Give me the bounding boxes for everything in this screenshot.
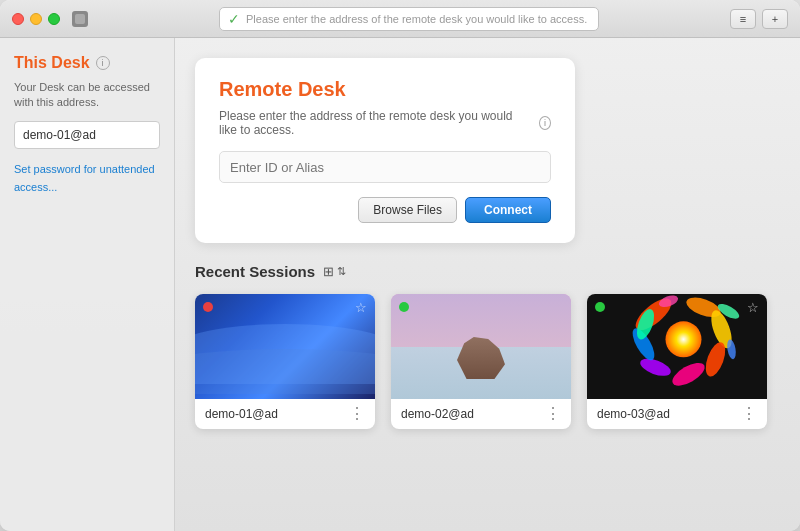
sidebar: This Desk i Your Desk can be accessed wi… [0,38,175,531]
star-icon[interactable]: ☆ [747,300,759,315]
status-dot [595,302,605,312]
session-card[interactable]: demo-02@ad ⋮ [391,294,571,429]
session-footer: demo-01@ad ⋮ [195,399,375,429]
traffic-lights [12,13,60,25]
status-dot [203,302,213,312]
thumb-overlay: ☆ [195,294,375,399]
remote-desk-info-icon[interactable]: i [539,116,551,130]
session-thumbnail [391,294,571,399]
search-bar-container: ✓ Please enter the address of the remote… [96,7,722,31]
titlebar-actions: ≡ + [730,9,788,29]
remote-address-input[interactable] [219,151,551,183]
session-card[interactable]: ☆ demo-03@ad ⋮ [587,294,767,429]
browse-files-button[interactable]: Browse Files [358,197,457,223]
recent-header: Recent Sessions ⊞ ⇅ [195,263,780,280]
set-password-link[interactable]: Set password for unattended access... [14,163,155,193]
search-bar[interactable]: ✓ Please enter the address of the remote… [219,7,599,31]
status-dot [399,302,409,312]
star-icon[interactable]: ☆ [355,300,367,315]
recent-sessions-title: Recent Sessions [195,263,315,280]
sidebar-description: Your Desk can be accessed with this addr… [14,80,160,111]
more-options-button[interactable]: ⋮ [349,406,365,422]
session-name: demo-02@ad [401,407,474,421]
minimize-button[interactable] [30,13,42,25]
recent-sessions-section: Recent Sessions ⊞ ⇅ [195,263,780,429]
connect-button[interactable]: Connect [465,197,551,223]
desk-address-input[interactable] [14,121,160,149]
list-view-button[interactable]: ≡ [730,9,756,29]
app-window: ✓ Please enter the address of the remote… [0,0,800,531]
grid-view-icon: ⊞ [323,264,334,279]
remote-desk-card: Remote Desk Please enter the address of … [195,58,575,243]
this-desk-title: This Desk [14,54,90,72]
sessions-grid: ☆ demo-01@ad ⋮ [195,294,780,429]
content-panel: Remote Desk Please enter the address of … [175,38,800,531]
sort-icon: ⇅ [337,265,346,278]
thumb-overlay: ☆ [587,294,767,399]
sidebar-title-row: This Desk i [14,54,160,72]
session-name: demo-03@ad [597,407,670,421]
session-name: demo-01@ad [205,407,278,421]
session-thumbnail: ☆ [587,294,767,399]
remote-desk-desc-row: Please enter the address of the remote d… [219,109,551,137]
session-card[interactable]: ☆ demo-01@ad ⋮ [195,294,375,429]
session-thumbnail: ☆ [195,294,375,399]
card-actions: Browse Files Connect [219,197,551,223]
remote-desk-description: Please enter the address of the remote d… [219,109,533,137]
info-icon[interactable]: i [96,56,110,70]
more-options-button[interactable]: ⋮ [741,406,757,422]
maximize-button[interactable] [48,13,60,25]
session-footer: demo-02@ad ⋮ [391,399,571,429]
more-options-button[interactable]: ⋮ [545,406,561,422]
add-button[interactable]: + [762,9,788,29]
status-check-icon: ✓ [228,11,240,27]
remote-desk-title: Remote Desk [219,78,551,101]
titlebar: ✓ Please enter the address of the remote… [0,0,800,38]
close-button[interactable] [12,13,24,25]
main-content: This Desk i Your Desk can be accessed wi… [0,38,800,531]
svg-rect-0 [75,14,85,24]
search-placeholder-text: Please enter the address of the remote d… [246,13,590,25]
session-footer: demo-03@ad ⋮ [587,399,767,429]
thumb-overlay [391,294,571,399]
app-icon [72,11,88,27]
view-controls[interactable]: ⊞ ⇅ [323,264,346,279]
